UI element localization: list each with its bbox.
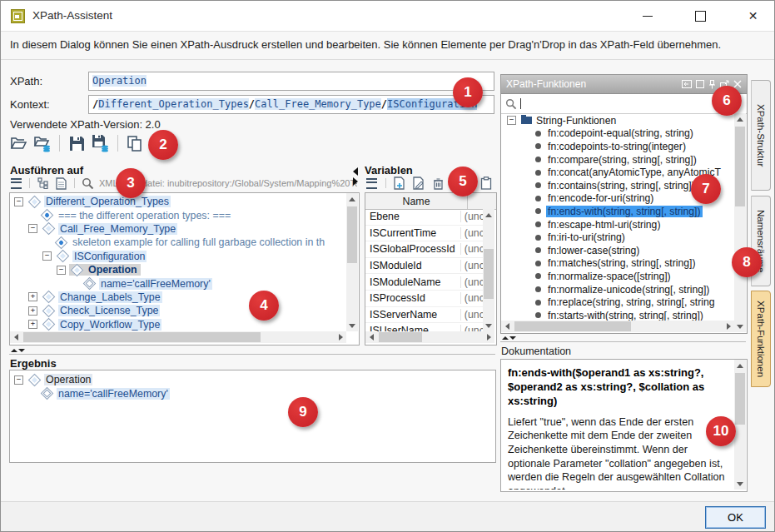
minimize-button[interactable] xyxy=(627,1,668,31)
menu-button[interactable] xyxy=(365,177,379,190)
xml-element-icon xyxy=(71,263,84,276)
vertical-scrollbar[interactable] xyxy=(483,209,494,331)
splitter-handle[interactable] xyxy=(502,336,516,340)
save-to-repository-button[interactable] xyxy=(92,134,110,152)
tree-item[interactable]: −Call_Free_Memory_Type xyxy=(11,222,345,236)
variable-row[interactable]: ISModuleName(unc xyxy=(365,274,483,291)
add-variable-button[interactable] xyxy=(393,177,407,190)
function-item[interactable]: fn:iri-to-uri(string) xyxy=(502,231,734,244)
main-toolbar xyxy=(9,132,168,154)
function-folder-row[interactable]: −String-Funktionen xyxy=(502,114,734,127)
function-item[interactable]: fn:ends-with(string, string[, string]) xyxy=(502,205,734,218)
function-item[interactable]: fn:normalize-unicode(string[, string]) xyxy=(502,283,734,296)
expand-icon[interactable]: + xyxy=(28,306,37,316)
dock-icon[interactable] xyxy=(682,80,692,88)
splitter-handle[interactable] xyxy=(11,349,25,352)
search-icon xyxy=(505,98,517,110)
function-item[interactable]: fn:lower-case(string) xyxy=(502,244,734,257)
variable-row[interactable]: ISGlobalProcessId(unc xyxy=(365,241,483,258)
function-item[interactable]: fn:replace(string, string, string[, stri… xyxy=(502,296,734,309)
splitter-line[interactable] xyxy=(9,354,495,355)
function-item[interactable]: fn:compare(string, string[, string]) xyxy=(502,153,734,167)
tree-item[interactable]: +Check_License_Type xyxy=(11,304,345,317)
execute-on-tree: −Different_Operation_Types=== the differ… xyxy=(11,195,345,331)
function-item[interactable]: fn:matches(string, string[, string]) xyxy=(502,257,734,271)
tab-xpath-struktur[interactable]: XPath-Struktur xyxy=(751,80,771,191)
horizontal-scrollbar[interactable] xyxy=(10,331,346,343)
pin-icon[interactable] xyxy=(708,80,716,89)
name-column-header[interactable]: Name xyxy=(365,193,468,209)
title-bar: XPath-Assistent ✕ xyxy=(1,1,774,32)
function-item[interactable]: fn:starts-with(string, string[, string]) xyxy=(502,309,734,321)
tree-item-label: Call_Free_Memory_Type xyxy=(58,223,177,235)
open-file-button[interactable] xyxy=(9,134,27,152)
annotation-badge-1: 1 xyxy=(453,77,483,107)
function-label: fn:escape-html-uri(string) xyxy=(546,219,662,231)
vertical-scrollbar[interactable] xyxy=(734,113,746,332)
documentation-title: Dokumentation xyxy=(501,346,571,357)
document-view-button[interactable] xyxy=(54,177,68,190)
tree-item[interactable]: +Copy_Workflow_Type xyxy=(11,318,345,331)
variable-row[interactable]: Ebene(unc xyxy=(365,209,483,226)
function-item[interactable]: fn:normalize-space([string]) xyxy=(502,270,734,283)
execute-on-title: Ausführen auf xyxy=(10,164,83,177)
expand-icon[interactable]: + xyxy=(28,320,37,329)
function-item[interactable]: fn:codepoint-equal(string, string) xyxy=(502,127,734,141)
variable-row[interactable]: ISUserName(unc xyxy=(365,323,483,331)
expand-icon[interactable]: + xyxy=(28,292,37,301)
xml-element-icon xyxy=(42,305,56,318)
collapse-right-icon[interactable] xyxy=(353,177,358,186)
tree-view-button[interactable] xyxy=(36,177,50,190)
collapse-left-icon[interactable] xyxy=(353,167,358,176)
maximize-panel-icon[interactable] xyxy=(696,80,704,88)
search-source-button[interactable] xyxy=(81,177,95,190)
vertical-scrollbar[interactable] xyxy=(346,193,358,331)
tree-item[interactable]: +Change_Labels_Type xyxy=(11,291,345,304)
collapse-icon[interactable]: − xyxy=(57,266,66,275)
tree-item[interactable]: name='callFreeMemory' xyxy=(11,276,345,290)
close-button[interactable]: ✕ xyxy=(732,1,774,31)
collapse-icon[interactable]: − xyxy=(28,224,37,233)
tree-item[interactable]: −Different_Operation_Types xyxy=(11,195,345,208)
edit-variable-button[interactable] xyxy=(412,177,426,190)
collapse-icon[interactable]: − xyxy=(14,375,23,385)
paste-variable-button[interactable] xyxy=(479,177,493,190)
variable-row[interactable]: ISCurrentTime(unc xyxy=(365,226,483,242)
collapse-icon[interactable]: − xyxy=(14,197,23,206)
tree-item[interactable]: === the different operation types: === xyxy=(11,208,345,221)
maximize-button[interactable] xyxy=(679,1,721,31)
annotation-badge-3: 3 xyxy=(116,168,146,198)
tab-xpath-funktionen[interactable]: XPath-Funktionen xyxy=(751,291,771,387)
tree-item[interactable]: name='callFreeMemory' xyxy=(11,386,492,400)
annotation-badge-8: 8 xyxy=(732,247,762,277)
horizontal-scrollbar[interactable] xyxy=(365,331,494,343)
function-list: −String-Funktionenfn:codepoint-equal(str… xyxy=(502,114,734,321)
value-column-header[interactable] xyxy=(468,193,496,209)
variable-value: (unc xyxy=(461,227,483,239)
variable-row[interactable]: ISServerName(unc xyxy=(365,307,483,324)
variable-row[interactable]: ISModuleId(unc xyxy=(365,258,483,275)
open-from-repository-button[interactable] xyxy=(33,134,52,152)
ok-button[interactable]: OK xyxy=(705,506,766,529)
function-item[interactable]: fn:codepoints-to-string(integer) xyxy=(502,140,734,153)
splitter-line[interactable] xyxy=(500,341,746,342)
xpath-input[interactable]: Operation xyxy=(88,72,494,91)
save-button[interactable] xyxy=(67,134,86,152)
horizontal-scrollbar[interactable] xyxy=(501,321,734,332)
variable-name: ISProcessId xyxy=(365,292,461,304)
vertical-scrollbar[interactable] xyxy=(734,360,746,490)
copy-button[interactable] xyxy=(126,134,144,152)
tree-item[interactable]: −ISConfiguration xyxy=(11,250,345,263)
tree-item[interactable]: −Operation xyxy=(11,373,492,386)
delete-variable-button[interactable] xyxy=(431,177,445,190)
variable-row[interactable]: ISProcessId(unc xyxy=(365,291,483,307)
close-panel-icon[interactable] xyxy=(733,80,742,88)
menu-button[interactable] xyxy=(9,177,23,190)
tree-item[interactable]: −Operation xyxy=(11,263,345,276)
collapse-icon[interactable]: − xyxy=(42,251,52,261)
kontext-input[interactable]: /Different_Operation_Types/Call_Free_Mem… xyxy=(88,95,494,114)
function-item[interactable]: fn:escape-html-uri(string) xyxy=(502,218,734,231)
collapse-icon[interactable]: − xyxy=(507,116,516,125)
tree-item[interactable]: skeleton example for calling full garbag… xyxy=(11,236,345,249)
xpath-functions-panel-header[interactable]: XPath-Funktionen xyxy=(501,75,747,94)
